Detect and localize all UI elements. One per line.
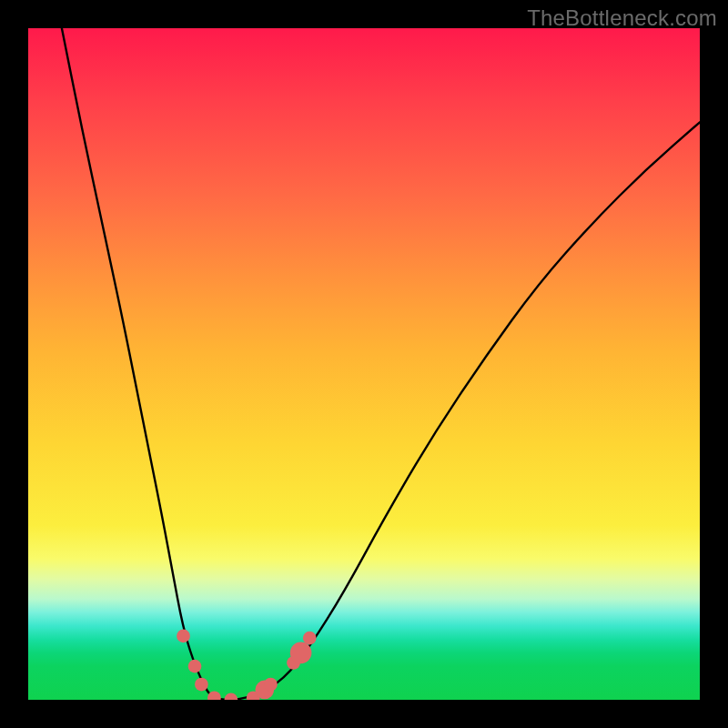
chart-overlay-svg (28, 28, 700, 700)
chart-marker (290, 642, 312, 664)
chart-marker (177, 630, 190, 643)
chart-markers (177, 630, 317, 700)
chart-frame: TheBottleneck.com (0, 0, 728, 728)
watermark-text: TheBottleneck.com (527, 5, 717, 31)
chart-marker (195, 678, 208, 692)
chart-plot-area (28, 28, 700, 700)
chart-marker (264, 678, 278, 692)
chart-marker (188, 660, 202, 673)
chart-marker (303, 632, 317, 645)
chart-marker (225, 693, 238, 700)
chart-curve (62, 28, 700, 700)
